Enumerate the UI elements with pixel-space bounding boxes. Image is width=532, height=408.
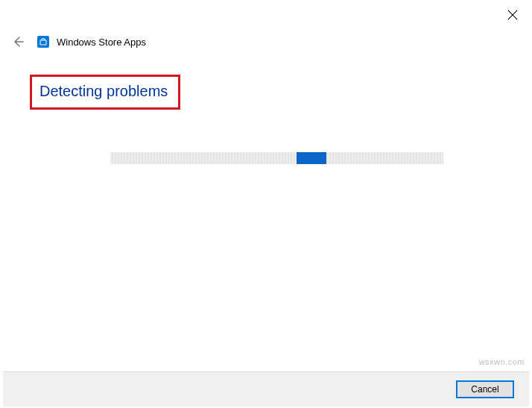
- watermark-text: wsxwn.com: [479, 357, 525, 366]
- close-button[interactable]: [504, 6, 522, 24]
- store-icon: [37, 36, 49, 48]
- status-text: Detecting problems: [39, 83, 168, 100]
- progress-bar: [110, 152, 443, 164]
- close-icon: [507, 10, 518, 20]
- arrow-left-icon: [12, 36, 24, 48]
- cancel-button[interactable]: Cancel: [456, 380, 514, 398]
- status-highlight: Detecting problems: [30, 75, 180, 110]
- window-title: Windows Store Apps: [57, 37, 146, 48]
- progress-indicator: [297, 152, 326, 164]
- header-bar: Windows Store Apps: [10, 34, 146, 49]
- footer-bar: Cancel: [3, 371, 529, 407]
- back-button[interactable]: [10, 34, 25, 49]
